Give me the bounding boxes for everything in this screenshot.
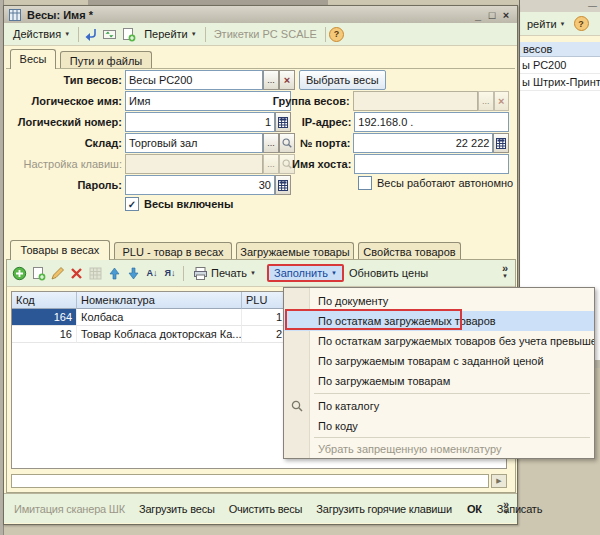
chevrons-icon: »	[499, 500, 513, 508]
bottom-command-bar: Имитация сканера ШК Загрузить весы Очист…	[4, 493, 517, 523]
actions-label: Действия	[13, 28, 61, 40]
checkbox-checked-icon[interactable]: ✓	[125, 197, 139, 211]
sort-asc-icon[interactable]: А↓	[144, 265, 160, 282]
dialog-titlebar[interactable]: Весы: Имя * _ □ ×	[4, 6, 517, 23]
menu-item-by-code[interactable]: По коду	[284, 416, 594, 436]
cell-nomenclature[interactable]: Колбаса	[77, 309, 242, 326]
menu-separator	[314, 393, 590, 394]
chevron-down-icon: ▼	[499, 508, 513, 516]
scroll-right-icon[interactable]: ▶	[491, 474, 507, 488]
move-down-icon[interactable]	[125, 265, 142, 282]
column-header-plu[interactable]: PLU	[242, 292, 287, 309]
background-list-header[interactable]: весов	[520, 42, 600, 57]
host-label: Имя хоста:	[234, 158, 351, 170]
sort-desc-icon[interactable]: Я↓	[162, 265, 178, 282]
checkbox-unchecked-icon[interactable]	[358, 176, 372, 190]
form-row: IP-адрес: 192.168.0 .	[234, 113, 509, 131]
cell-plu[interactable]: 1	[242, 309, 287, 326]
go-button[interactable]: Перейти ▼	[139, 25, 202, 43]
update-prices-button[interactable]: Обновить цены	[344, 264, 433, 282]
fill-dropdown-menu: По документу По остаткам загружаемых тов…	[283, 287, 595, 459]
group-field	[353, 91, 478, 111]
add-icon[interactable]	[11, 265, 28, 282]
help-icon[interactable]: ?	[329, 27, 344, 42]
host-field[interactable]	[354, 154, 509, 174]
print-button[interactable]: Печать ▼	[187, 262, 261, 285]
menu-separator	[314, 437, 590, 438]
load-scales-button[interactable]: Загрузить весы	[135, 500, 219, 518]
bottombar-overflow-button[interactable]: » ▼	[499, 500, 513, 516]
menu-item-by-catalog[interactable]: По каталогу	[284, 396, 594, 416]
list-item[interactable]: ы РС200	[520, 57, 600, 74]
form-row: Пароль: 30	[6, 176, 306, 194]
tab-tovary-v-vesah[interactable]: Товары в весах	[10, 240, 110, 260]
cell-code[interactable]: 16	[12, 326, 77, 343]
column-header-code[interactable]: Код	[12, 292, 77, 309]
chevron-down-icon: ▼	[331, 270, 337, 276]
tab-plu-tovar[interactable]: PLU - товар в весах	[114, 242, 232, 260]
tab-zagruzhaemye-tovary[interactable]: Загружаемые товары	[236, 242, 354, 260]
calculator-icon[interactable]	[275, 175, 291, 195]
actions-button[interactable]: Действия ▼	[8, 25, 75, 43]
port-field[interactable]: 22 222	[353, 133, 493, 153]
ok-button[interactable]: ОК	[462, 500, 487, 518]
maximize-button[interactable]: □	[485, 9, 499, 21]
menu-item-by-loaded-with-price[interactable]: По загружаемым товарам с заданной ценой	[284, 351, 594, 371]
clear-scales-button[interactable]: Очистить весы	[225, 500, 307, 518]
menu-item-by-loaded[interactable]: По загружаемым товарам	[284, 371, 594, 391]
close-icon[interactable]: ×	[499, 9, 513, 21]
delete-icon[interactable]	[68, 265, 85, 282]
labels-pcscale-button: Этикетки PC SCALE	[209, 25, 322, 43]
tab-svoystva-tovarov[interactable]: Свойства товаров	[358, 242, 461, 260]
column-header-nomenclature[interactable]: Номенклатура	[77, 292, 242, 309]
refresh-icon[interactable]	[101, 26, 118, 43]
type-label: Тип весов:	[6, 74, 122, 86]
cell-nomenclature[interactable]: Товар Кобласа докторская Ка...	[77, 326, 242, 343]
keys-label: Настройка клавиш:	[6, 158, 122, 170]
fill-label: Заполнить	[274, 267, 328, 279]
ellipsis-button[interactable]: ...	[263, 70, 279, 90]
reread-icon[interactable]	[82, 26, 99, 43]
fill-button[interactable]: Заполнить ▼	[267, 264, 344, 282]
help-icon[interactable]: ?	[574, 16, 589, 31]
background-window-titlebar: —	[520, 0, 600, 12]
type-field[interactable]: Весы РС200	[125, 70, 263, 90]
scrollbar-thumb[interactable]	[11, 474, 489, 488]
cell-plu[interactable]: 2	[242, 326, 287, 343]
print-label: Печать	[211, 267, 247, 279]
menu-item-by-leftovers[interactable]: По остаткам загружаемых товаров	[284, 311, 594, 331]
autonomous-checkbox[interactable]: Весы работают автономно	[358, 175, 513, 191]
select-scales-button[interactable]: Выбрать весы	[299, 70, 386, 90]
printer-icon	[192, 265, 209, 282]
menu-item-by-document[interactable]: По документу	[284, 291, 594, 311]
clear-icon[interactable]: ×	[279, 70, 295, 90]
ip-label: IP-адрес:	[234, 116, 351, 128]
background-go-button[interactable]: рейти ▼	[522, 15, 571, 33]
tab-vesy[interactable]: Весы	[10, 49, 56, 69]
separator	[325, 27, 326, 42]
add-copy-icon[interactable]	[30, 265, 47, 282]
background-minimize-button[interactable]: —	[588, 1, 597, 11]
calculator-icon[interactable]	[493, 133, 509, 153]
ip-field[interactable]: 192.168.0 .	[354, 112, 509, 132]
scales-enabled-checkbox[interactable]: ✓ Весы включены	[125, 196, 233, 212]
table-hscrollbar[interactable]: ▶	[11, 473, 507, 489]
window-grid-icon	[8, 8, 21, 21]
tab-puti-i-faily[interactable]: Пути и файлы	[60, 51, 152, 69]
list-item[interactable]: ы Штрих-Принт (пр	[520, 74, 600, 91]
cell-code-selected[interactable]: 164	[12, 309, 77, 326]
move-up-icon[interactable]	[106, 265, 123, 282]
load-hotkeys-button[interactable]: Загрузить горячие клавиши	[312, 500, 456, 518]
password-label: Пароль:	[6, 179, 122, 191]
form-row: Тип весов: Весы РС200 ... × Выбрать весы	[6, 71, 506, 89]
chevron-down-icon: ▼	[250, 270, 256, 276]
edit-icon[interactable]	[49, 265, 66, 282]
menu-item-by-leftovers-no-excess[interactable]: По остаткам загружаемых товаров без учет…	[284, 331, 594, 351]
minimize-button[interactable]: _	[471, 9, 485, 21]
toolbar-overflow-button[interactable]: » ▼	[498, 264, 512, 280]
desktop: — рейти ▼ ? весов ы РС200 ы Штрих-Принт …	[0, 0, 600, 535]
password-field[interactable]: 30	[125, 175, 275, 195]
ellipsis-button: ...	[478, 91, 493, 111]
copy-plus-icon[interactable]	[120, 26, 137, 43]
dialog-toolbar: Действия ▼ Перейти ▼ Этикетки PC SCALE ?	[4, 23, 517, 46]
